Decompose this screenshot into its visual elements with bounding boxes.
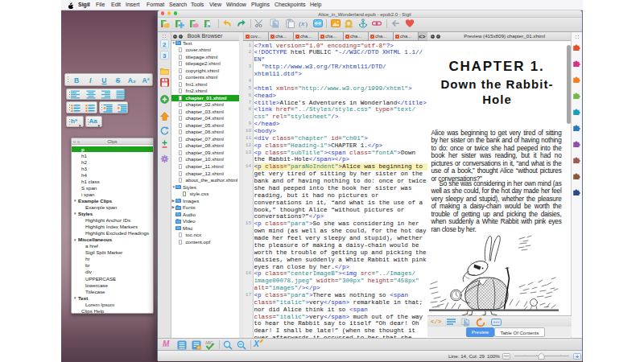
svg-text:2: 2 <box>163 41 167 48</box>
svg-text:Ω: Ω <box>345 19 353 28</box>
svg-text:3: 3 <box>163 52 167 60</box>
svg-text:): ) <box>305 20 308 28</box>
svg-text:x: x <box>300 20 304 27</box>
svg-text:»: » <box>207 23 210 29</box>
